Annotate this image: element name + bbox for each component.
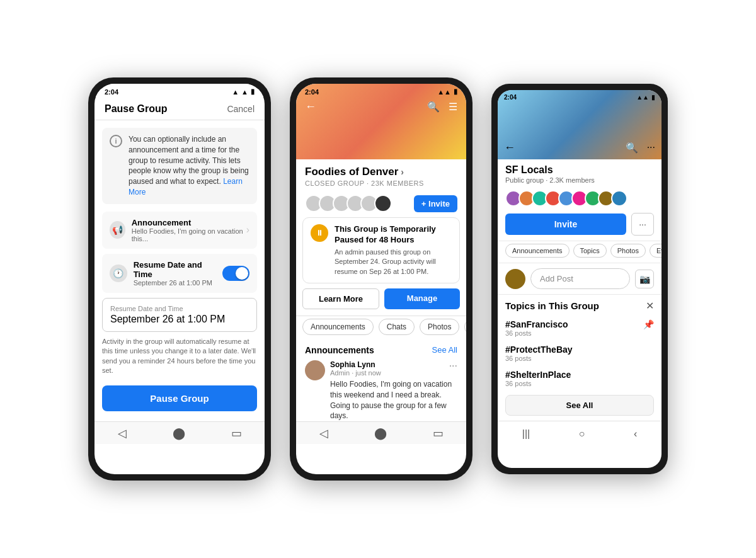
topics-header: Topics in This Group ✕ [505,300,654,312]
resume-toggle[interactable] [222,266,249,281]
p3-bottom-nav: ||| ○ ‹ [498,421,662,446]
date-input-box[interactable]: Resume Date and Time September 26 at 1:0… [102,298,257,332]
tab-topics-3[interactable]: Topics [573,244,607,258]
back-icon-2[interactable]: ← [305,100,316,113]
p2-group-info: Foodies of Denver › CLOSED GROUP · 23K M… [296,159,466,191]
topic-item-3[interactable]: #ShelterInPlace 36 posts [505,366,654,391]
nav-recents-icon-2[interactable]: ▭ [433,426,444,440]
member-av-6 [374,195,392,212]
phone-1: 2:04 ▲ ▲ ▮ Pause Group Cancel i You can … [88,77,271,481]
resume-date-row[interactable]: 🕐 Resume Date and Time September 26 at 1… [102,254,257,293]
user-avatar-3 [505,269,525,289]
p1-info-text: You can optionally include an announceme… [129,134,249,198]
camera-icon-3[interactable]: 📷 [635,270,654,288]
nav-home-icon-2[interactable]: ⬤ [374,426,387,440]
p3-members-row [498,186,662,210]
p2-announcements: Announcements See All Sophia Lynn Admin … [296,340,466,421]
topics-section: Topics in This Group ✕ #SanFrancisco 36 … [498,295,662,421]
signal-icon-2: ▲▲ [437,88,451,96]
p2-tabs: Announcements Chats Photos Events [296,316,466,340]
p2-group-meta: CLOSED GROUP · 23K MEMBERS [305,179,457,187]
status-icons-2: ▲▲ ▮ [437,88,457,96]
tab-events-3[interactable]: Event [650,244,662,258]
status-bar-1: 2:04 ▲ ▲ ▮ [94,84,265,97]
p2-topbar: ← 🔍 ☰ [296,95,466,118]
paused-content: This Group is Temporarily Paused for 48 … [335,224,452,276]
manage-button[interactable]: Manage [384,288,460,309]
nav-circle-icon[interactable]: ○ [579,428,585,440]
nav-chevron-icon[interactable]: ‹ [634,428,637,440]
poster-avatar [305,360,325,380]
more-icon-3[interactable]: ··· [647,142,655,154]
sf-cover-image: 2:04 ▲▲ ▮ ← 🔍 ··· [498,90,662,159]
phone-2: 2:04 ▲▲ ▮ ← 🔍 ☰ Foodies [290,77,472,481]
search-icon-2[interactable]: 🔍 [427,101,440,113]
tab-photos[interactable]: Photos [420,319,459,335]
topics-close-icon[interactable]: ✕ [646,300,654,312]
cancel-button[interactable]: Cancel [227,104,255,114]
see-all-link[interactable]: See All [432,345,457,355]
signal-icon: ▲ [232,88,239,96]
battery-icon: ▮ [251,88,255,96]
p2-group-name: Foodies of Denver › [305,166,457,178]
tab-announcements[interactable]: Announcements [302,319,374,335]
clock-icon: 🕐 [110,265,127,282]
battery-icon-2: ▮ [454,88,457,96]
phone-1-screen: 2:04 ▲ ▲ ▮ Pause Group Cancel i You can … [94,84,265,474]
p2-topbar-right: 🔍 ☰ [427,101,457,113]
announcement-row[interactable]: 📢 Announcement Hello Foodies, I'm going … [102,212,257,249]
battery-3: ▮ [651,94,655,101]
announcement-icon: 📢 [110,221,125,239]
p1-header: Pause Group Cancel [94,97,265,120]
topic-item-1[interactable]: #SanFrancisco 36 posts 📌 [505,316,654,341]
p2-action-row: Learn More Manage [302,288,460,309]
p2-members-row: + Invite [296,191,466,217]
resume-text: Resume Date and Time September 26 at 1:0… [134,260,222,287]
nav-bar-1: ◁ ⬤ ▭ [94,421,265,444]
phone-2-screen: 2:04 ▲▲ ▮ ← 🔍 ☰ Foodies [296,84,466,474]
add-post-input[interactable]: Add Post [530,268,630,289]
announcement-text: Announcement Hello Foodies, I'm going on… [132,218,246,242]
topic-3-info: #ShelterInPlace 36 posts [505,370,571,387]
nav-bar-2: ◁ ⬤ ▭ [296,421,466,444]
pause-group-button[interactable]: Pause Group [102,385,257,411]
status-time-2: 2:04 [305,88,319,96]
nav-lines-icon[interactable]: ||| [522,428,530,440]
p3-top-right: 🔍 ··· [626,142,655,154]
p3-topbar: ← 🔍 ··· [504,141,655,154]
tab-photos-3[interactable]: Photos [610,244,646,258]
status-bar-2: 2:04 ▲▲ ▮ [296,84,466,96]
phone-3: 2:04 ▲▲ ▮ ← 🔍 ··· SF Locals [491,84,668,474]
scene: 2:04 ▲ ▲ ▮ Pause Group Cancel i You can … [0,52,756,506]
p1-note: Activity in the group will automatically… [102,337,257,376]
p3-tabs: Announcements Topics Photos Event [498,241,662,263]
nav-back-icon-2[interactable]: ◁ [319,426,328,440]
learn-more-button-2[interactable]: Learn More [302,288,379,309]
post-more-icon[interactable]: ··· [449,360,457,372]
info-icon: i [110,135,122,147]
chevron-icon: › [401,167,404,177]
topic-item-2[interactable]: #ProtectTheBay 36 posts [505,341,654,366]
tab-events[interactable]: Events [464,319,466,335]
search-icon-3[interactable]: 🔍 [626,142,638,154]
menu-icon-2[interactable]: ☰ [449,101,457,113]
nav-recents-icon[interactable]: ▭ [231,426,242,440]
pause-icon: ⏸ [311,224,328,242]
status-icons-1: ▲ ▲ ▮ [232,88,255,96]
topic-1-info: #SanFrancisco 36 posts [505,319,568,337]
announcement-row-left: 📢 Announcement Hello Foodies, I'm going … [110,218,246,242]
see-all-button-3[interactable]: See All [505,395,654,416]
tab-chats[interactable]: Chats [379,319,415,335]
members-avatars [305,195,392,212]
tab-announcements-3[interactable]: Announcements [505,244,570,258]
nav-home-icon[interactable]: ⬤ [173,426,185,440]
p1-info-box: i You can optionally include an announce… [102,128,257,204]
back-icon-3[interactable]: ← [504,141,515,154]
paused-notification: ⏸ This Group is Temporarily Paused for 4… [302,217,460,283]
p1-title: Pause Group [105,103,168,115]
more-button-3[interactable]: ··· [631,213,654,236]
invite-button-2[interactable]: + Invite [414,195,457,212]
p3-group-info: SF Locals Public group · 2.3K members [498,159,662,186]
invite-button-3[interactable]: Invite [505,214,626,235]
nav-back-icon[interactable]: ◁ [118,426,127,440]
